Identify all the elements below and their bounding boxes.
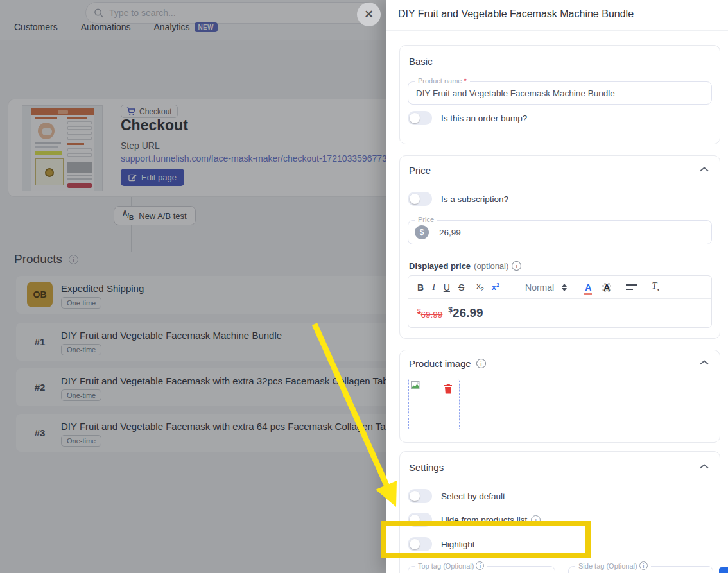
trash-icon [444,384,453,394]
new-price-text: $26.99 [448,305,483,320]
chevron-up-icon[interactable] [699,166,709,173]
strikethrough-button[interactable]: S [458,283,464,292]
settings-section: Settings Select by default Hide from pro… [399,451,720,573]
product-image-heading: Product image i [409,358,486,369]
side-tag-label-text: Side tag (Optional) [578,562,637,570]
underline-button[interactable]: U [444,283,450,292]
chevron-up-icon[interactable] [699,463,709,470]
product-image-section: Product image i [399,350,720,443]
product-image-info-icon[interactable]: i [476,359,486,368]
toggle-knob [410,113,420,123]
displayed-price-info-icon[interactable]: i [512,261,521,271]
basic-heading: Basic [409,56,433,67]
product-image-box[interactable] [408,379,460,429]
order-bump-label: Is this an order bump? [441,114,527,123]
rich-text-editor: B I U S x2 x2 Normal A A Tx $69.99 $26.9… [408,275,712,328]
order-bump-toggle-row: Is this an order bump? [408,111,527,125]
product-drawer: DIY Fruit and Vegetable Facemask Machine… [386,0,728,573]
toggle-knob [410,194,420,204]
toggle-knob [410,539,420,549]
basic-section: Basic Product name * Is this an order bu… [399,45,720,144]
top-tag-field[interactable]: Top tag (Optional) i [408,566,555,573]
hide-info-icon[interactable]: i [531,515,541,525]
product-name-label-text: Product name [418,77,462,85]
drawer-close-button[interactable]: ✕ [357,3,381,26]
select-by-default-toggle[interactable] [408,489,432,503]
side-tag-info-icon[interactable]: i [639,561,648,570]
highlight-toggle[interactable] [408,537,432,551]
hide-label-text: Hide from products list [441,515,527,525]
settings-heading: Settings [409,462,444,473]
side-tag-label: Side tag (Optional) i [575,561,651,570]
toggle-knob [410,515,420,525]
price-label-text: Price [418,216,434,223]
hide-from-products-list-label: Hide from products list i [441,515,541,525]
price-section: Price Is a subscription? Price $ Display… [399,155,720,339]
highlight-label: Highlight [441,540,475,549]
clear-formatting-x: x [657,286,660,293]
delete-image-button[interactable] [444,384,453,396]
price-field-inner: $ [408,221,711,244]
text-color-button[interactable]: A [585,283,591,292]
top-tag-label-text: Top tag (Optional) [418,562,474,570]
subscription-label: Is a subscription? [441,194,508,204]
top-tag-info-icon[interactable]: i [476,561,484,570]
superscript-button[interactable]: x2 [492,282,499,291]
subscription-toggle-row: Is a subscription? [408,192,508,206]
product-name-label: Product name * [415,77,470,85]
background-color-button[interactable]: A [602,283,611,292]
required-asterisk: * [464,77,466,85]
format-select[interactable]: Normal [525,282,554,293]
superscript-mark: 2 [496,282,499,288]
drawer-title: DIY Fruit and Vegetable Facemask Machine… [398,8,634,20]
chevron-up-icon[interactable] [699,359,709,366]
order-bump-toggle[interactable] [408,111,432,125]
editor-content[interactable]: $69.99 $26.99 [408,299,711,327]
close-icon: ✕ [364,8,373,21]
price-heading: Price [409,165,431,176]
clear-formatting-button[interactable]: Tx [652,282,659,293]
select-default-toggle-row: Select by default [408,489,505,503]
toggle-knob [410,491,420,501]
side-tag-field[interactable]: Side tag (Optional) i [568,566,713,573]
editor-toolbar: B I U S x2 x2 Normal A A Tx [408,276,711,299]
superscript-base: x [492,283,496,293]
subscript-button[interactable]: x2 [476,282,484,293]
hidden-button-sliver [719,567,728,573]
broken-image-icon [411,381,421,390]
format-select-arrows-icon[interactable] [562,284,567,291]
price-input[interactable] [439,221,568,244]
drawer-divider [386,30,728,31]
hide-products-toggle-row: Hide from products list i [408,513,541,527]
select-by-default-label: Select by default [441,492,505,501]
bold-button[interactable]: B [417,283,424,292]
displayed-price-label-row: Displayed price (optional) i [409,261,521,271]
product-name-field[interactable]: Product name * [408,81,712,105]
hide-from-products-list-toggle[interactable] [408,513,432,527]
subscript-mark: 2 [481,286,484,293]
product-name-input[interactable] [408,82,711,104]
italic-button[interactable]: I [432,283,435,292]
price-field-label: Price [415,216,437,223]
top-tag-label: Top tag (Optional) i [415,561,487,570]
old-price-text: $69.99 [417,308,442,320]
subscription-toggle[interactable] [408,192,432,206]
displayed-price-label: Displayed price [409,261,471,271]
price-field[interactable]: Price $ [408,220,712,244]
product-image-heading-label: Product image [409,358,471,369]
dollar-icon: $ [415,225,429,239]
highlight-toggle-row: Highlight [408,537,475,551]
align-button[interactable] [626,284,637,291]
displayed-price-optional: (optional) [474,261,508,271]
